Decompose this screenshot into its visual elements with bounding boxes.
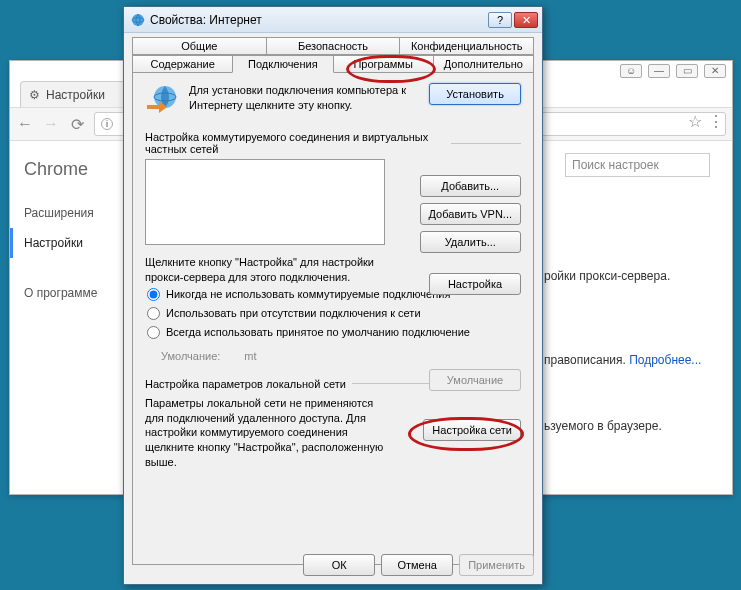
tab-general[interactable]: Общие bbox=[132, 37, 267, 55]
dialog-title: Свойства: Интернет bbox=[150, 13, 262, 27]
radio-always-dial[interactable]: Всегда использовать принятое по умолчани… bbox=[145, 323, 521, 342]
learn-more-link[interactable]: Подробнее... bbox=[629, 353, 701, 367]
dial-settings-button[interactable]: Настройка bbox=[429, 273, 521, 295]
apply-button: Применить bbox=[459, 554, 534, 576]
cancel-button[interactable]: Отмена bbox=[381, 554, 453, 576]
tab-strip: Общие Безопасность Конфиденциальность Со… bbox=[132, 37, 534, 73]
internet-icon bbox=[130, 12, 146, 28]
setup-button[interactable]: Установить bbox=[429, 83, 521, 105]
tab-title: Настройки bbox=[46, 88, 105, 102]
chrome-minimize-button[interactable]: — bbox=[648, 64, 670, 78]
sidebar-item-about[interactable]: О программе bbox=[24, 278, 124, 308]
lan-description: Параметры локальной сети не применяются … bbox=[145, 396, 385, 470]
bookmark-star-icon[interactable]: ☆ bbox=[688, 112, 702, 131]
help-button[interactable]: ? bbox=[488, 12, 512, 28]
info-icon: i bbox=[101, 118, 113, 130]
dialog-body: Общие Безопасность Конфиденциальность Со… bbox=[124, 33, 542, 573]
forward-button[interactable]: → bbox=[42, 115, 60, 133]
tab-privacy[interactable]: Конфиденциальность bbox=[399, 37, 534, 55]
set-default-button: Умолчание bbox=[429, 369, 521, 391]
proxy-hint: Щелкните кнопку "Настройка" для настройк… bbox=[145, 255, 385, 285]
connections-pane: Для установки подключения компьютера к И… bbox=[132, 73, 534, 565]
radio-always-input[interactable] bbox=[147, 326, 160, 339]
tab-connections[interactable]: Подключения bbox=[232, 55, 333, 73]
default-value: mt bbox=[244, 350, 256, 362]
chrome-title-buttons: ☺ — ▭ ✕ bbox=[614, 61, 732, 79]
text-browser: ьзуемого в браузере. bbox=[544, 419, 662, 433]
connections-listbox[interactable] bbox=[145, 159, 385, 245]
lan-settings-button[interactable]: Настройка сети bbox=[423, 419, 521, 441]
internet-properties-dialog: Свойства: Интернет ? ✕ Общие Безопасност… bbox=[123, 6, 543, 585]
radio-absent-input[interactable] bbox=[147, 307, 160, 320]
dialog-footer: ОК Отмена Применить bbox=[303, 554, 534, 576]
chrome-menu-icon[interactable]: ⋮ bbox=[708, 112, 724, 131]
chrome-person-icon[interactable]: ☺ bbox=[620, 64, 642, 78]
remove-button[interactable]: Удалить... bbox=[420, 231, 521, 253]
chrome-close-button[interactable]: ✕ bbox=[704, 64, 726, 78]
tab-content[interactable]: Содержание bbox=[132, 55, 233, 73]
reload-button[interactable]: ⟳ bbox=[68, 115, 86, 134]
text-proxy: ройки прокси-сервера. bbox=[544, 269, 670, 283]
default-label: Умолчание: bbox=[161, 350, 220, 362]
gear-icon: ⚙ bbox=[29, 88, 40, 102]
tab-security[interactable]: Безопасность bbox=[266, 37, 401, 55]
radio-dial-no-net[interactable]: Использовать при отсутствии подключения … bbox=[145, 304, 521, 323]
sidebar-item-settings[interactable]: Настройки bbox=[10, 228, 124, 258]
dialog-titlebar: Свойства: Интернет ? ✕ bbox=[124, 7, 542, 33]
setup-description: Для установки подключения компьютера к И… bbox=[189, 83, 429, 113]
svg-point-0 bbox=[132, 14, 144, 26]
sidebar-title: Chrome bbox=[24, 159, 124, 180]
sidebar-item-extensions[interactable]: Расширения bbox=[24, 198, 124, 228]
dial-section-label: Настройка коммутируемого соединения и ви… bbox=[145, 131, 521, 155]
globe-arrow-icon bbox=[145, 83, 181, 119]
radio-never-input[interactable] bbox=[147, 288, 160, 301]
tab-programs[interactable]: Программы bbox=[333, 55, 434, 73]
tab-advanced[interactable]: Дополнительно bbox=[433, 55, 534, 73]
settings-sidebar: Chrome Расширения Настройки О программе bbox=[10, 141, 138, 494]
close-button[interactable]: ✕ bbox=[514, 12, 538, 28]
ok-button[interactable]: ОК bbox=[303, 554, 375, 576]
back-button[interactable]: ← bbox=[16, 115, 34, 133]
add-vpn-button[interactable]: Добавить VPN... bbox=[420, 203, 521, 225]
chrome-maximize-button[interactable]: ▭ bbox=[676, 64, 698, 78]
add-button[interactable]: Добавить... bbox=[420, 175, 521, 197]
text-spell: правописания. Подробнее... bbox=[544, 353, 701, 367]
settings-search-input[interactable]: Поиск настроек bbox=[565, 153, 710, 177]
